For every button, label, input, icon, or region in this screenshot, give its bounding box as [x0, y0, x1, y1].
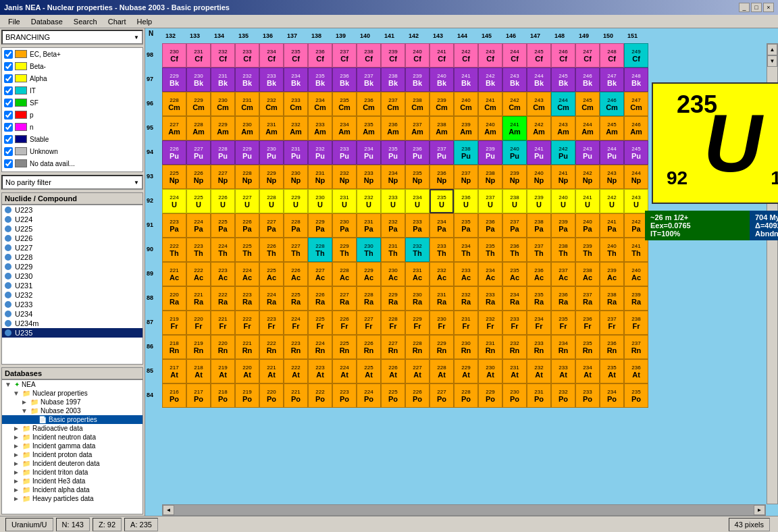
- nuclide-cell[interactable]: 225Ra: [284, 286, 308, 311]
- nuclide-cell[interactable]: 229Ac: [357, 262, 381, 286]
- legend-item[interactable]: EC, Beta+: [2, 48, 142, 60]
- nuclide-cell[interactable]: 222Fr: [235, 311, 259, 335]
- legend-item[interactable]: IT: [2, 84, 142, 97]
- nuclide-cell[interactable]: 239Cf: [381, 43, 405, 68]
- nuclide-cell[interactable]: 233Pu: [332, 140, 357, 165]
- db-tree-item[interactable]: ►📁Incident deuteron data: [2, 459, 142, 468]
- nuclide-cell[interactable]: 228Cm: [162, 92, 186, 116]
- nuclide-list[interactable]: U223U224U225U226U227U228U229U230U231U232…: [1, 205, 143, 365]
- nuclide-cell[interactable]: 232Cf: [211, 43, 235, 68]
- db-tree-item[interactable]: ▼✦NEA: [2, 380, 142, 389]
- nuclide-cell[interactable]: 221Fr: [211, 311, 235, 335]
- nuclide-cell[interactable]: 231Po: [527, 383, 551, 408]
- nuclide-cell[interactable]: 236Np: [430, 165, 454, 189]
- legend-item[interactable]: No data avail...: [2, 157, 142, 169]
- nuclide-cell[interactable]: 231Ra: [430, 286, 454, 311]
- nuclide-cell[interactable]: 231Am: [259, 116, 284, 140]
- nuclide-cell[interactable]: 231Pa: [357, 213, 381, 238]
- nuclide-cell[interactable]: 231Pu: [284, 140, 308, 165]
- nuclide-cell[interactable]: 218At: [186, 359, 211, 383]
- nuclide-cell[interactable]: 234Am: [332, 116, 357, 140]
- nuclide-cell[interactable]: 227Np: [211, 165, 235, 189]
- nuclide-cell[interactable]: 231Rn: [478, 335, 502, 359]
- nuclide-cell[interactable]: 226Ac: [284, 262, 308, 286]
- nuclide-cell[interactable]: 234At: [575, 359, 600, 383]
- nuclide-cell[interactable]: 229Fr: [405, 311, 430, 335]
- nuclide-cell[interactable]: 225Np: [162, 165, 186, 189]
- nuclide-cell[interactable]: 219Rn: [186, 335, 211, 359]
- nuclide-cell[interactable]: 236Cm: [357, 92, 381, 116]
- nuclide-cell[interactable]: 232Am: [284, 116, 308, 140]
- nuclide-cell[interactable]: 228Th: [308, 238, 332, 262]
- nuclide-cell[interactable]: 229Pa: [308, 213, 332, 238]
- horizontal-scrollbar[interactable]: ◄ ►: [162, 504, 766, 516]
- nuclide-cell[interactable]: 239Am: [454, 116, 478, 140]
- nuclide-cell[interactable]: 228Ra: [357, 286, 381, 311]
- nuclide-cell[interactable]: 235Rn: [575, 335, 600, 359]
- nuclide-cell[interactable]: 239Ra: [624, 286, 648, 311]
- nuclide-cell[interactable]: 236Cf: [308, 43, 332, 68]
- db-tree-item[interactable]: ►📁Incident triton data: [2, 468, 142, 477]
- nuclide-cell[interactable]: 228Ac: [332, 262, 357, 286]
- legend-item[interactable]: Beta-: [2, 60, 142, 72]
- nuclide-cell[interactable]: 230Ac: [381, 262, 405, 286]
- nuclide-cell[interactable]: 244Cm: [551, 92, 575, 116]
- nuclide-cell[interactable]: 242Np: [575, 165, 600, 189]
- legend-checkbox[interactable]: [4, 50, 13, 59]
- nuclide-cell[interactable]: 246Bk: [575, 68, 600, 92]
- nuclide-cell[interactable]: 229Ra: [381, 286, 405, 311]
- nuclide-cell[interactable]: 235Fr: [551, 311, 575, 335]
- nuclide-cell[interactable]: 233U: [381, 189, 405, 213]
- nuclide-cell[interactable]: 235Po: [624, 383, 648, 408]
- nuclide-cell[interactable]: 233Fr: [502, 311, 527, 335]
- nuclide-cell[interactable]: 230Np: [284, 165, 308, 189]
- nuclide-cell[interactable]: 219At: [211, 359, 235, 383]
- nuclide-cell[interactable]: 237Np: [454, 165, 478, 189]
- nuclide-list-item[interactable]: U231: [2, 281, 142, 290]
- nuclide-cell[interactable]: 234Th: [454, 238, 478, 262]
- nuclide-cell[interactable]: 237Fr: [600, 311, 624, 335]
- nuclide-cell[interactable]: 224Pa: [186, 213, 211, 238]
- nuclide-cell[interactable]: 230At: [478, 359, 502, 383]
- nuclide-cell[interactable]: 238Pa: [527, 213, 551, 238]
- nuclide-cell[interactable]: 231Np: [308, 165, 332, 189]
- nuclide-cell[interactable]: 242Cf: [454, 43, 478, 68]
- nuclide-cell[interactable]: 222Rn: [259, 335, 284, 359]
- nuclide-cell[interactable]: 242Pu: [551, 140, 575, 165]
- nuclide-cell[interactable]: 245Cf: [527, 43, 551, 68]
- nuclide-cell[interactable]: 235Am: [357, 116, 381, 140]
- nuclide-cell[interactable]: 229U: [284, 189, 308, 213]
- nuclide-cell[interactable]: 219Po: [235, 383, 259, 408]
- db-tree-item[interactable]: ▼📁Nuclear properties: [2, 389, 142, 398]
- nuclide-cell[interactable]: 228Np: [235, 165, 259, 189]
- nuclide-cell[interactable]: 235Th: [478, 238, 502, 262]
- nuclide-cell[interactable]: 233Po: [575, 383, 600, 408]
- nuclide-cell[interactable]: 238Ra: [600, 286, 624, 311]
- nuclide-cell[interactable]: 235Np: [405, 165, 430, 189]
- nuclide-cell[interactable]: 217Po: [186, 383, 211, 408]
- legend-checkbox[interactable]: [4, 111, 13, 119]
- nuclide-cell[interactable]: 241Am: [502, 116, 527, 140]
- db-tree-item[interactable]: ►📁Heavy particles data: [2, 494, 142, 503]
- menu-database[interactable]: Database: [26, 16, 68, 26]
- nuclide-cell[interactable]: 232At: [527, 359, 551, 383]
- nuclide-cell[interactable]: 230Ra: [405, 286, 430, 311]
- nuclide-list-item[interactable]: U234m: [2, 319, 142, 328]
- nuclide-cell[interactable]: 236Ac: [527, 262, 551, 286]
- nuclide-cell[interactable]: 236At: [624, 359, 648, 383]
- nuclide-cell[interactable]: 233Rn: [527, 335, 551, 359]
- db-tree-item[interactable]: 📄Basic properties: [2, 415, 142, 424]
- close-button[interactable]: ×: [763, 3, 774, 12]
- nuclide-cell[interactable]: 232Rn: [502, 335, 527, 359]
- nuclide-cell[interactable]: 225U: [186, 189, 211, 213]
- nuclide-cell[interactable]: 243Cf: [478, 43, 502, 68]
- nuclide-cell[interactable]: 237Cf: [332, 43, 357, 68]
- nuclide-cell[interactable]: 227Fr: [357, 311, 381, 335]
- nuclide-cell[interactable]: 236Ra: [551, 286, 575, 311]
- nuclide-cell[interactable]: 224Ac: [235, 262, 259, 286]
- nuclide-cell[interactable]: 222Ac: [186, 262, 211, 286]
- db-tree-item[interactable]: ►📁Incident neutron data: [2, 433, 142, 442]
- nuclide-cell[interactable]: 239U: [527, 189, 551, 213]
- nuclide-cell[interactable]: 227Ra: [332, 286, 357, 311]
- nuclide-cell[interactable]: 225Ac: [259, 262, 284, 286]
